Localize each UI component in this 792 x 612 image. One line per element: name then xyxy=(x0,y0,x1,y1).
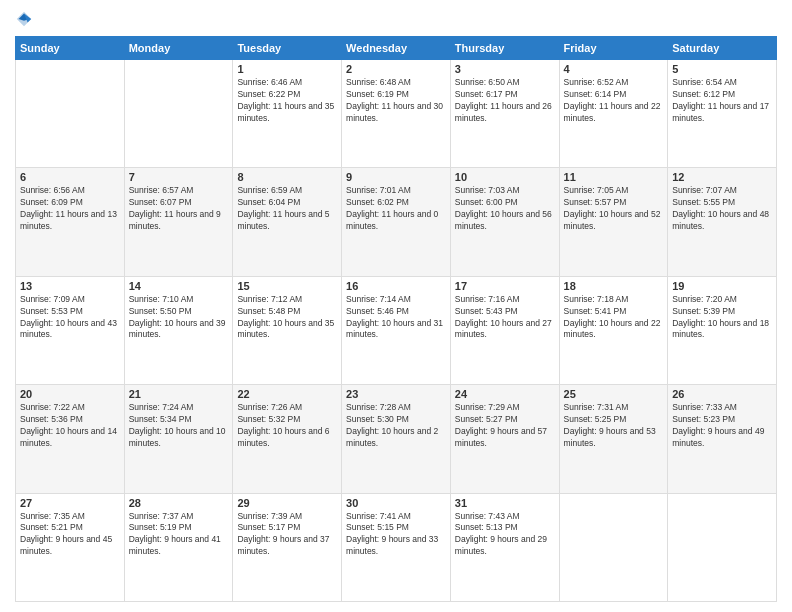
day-info: Sunrise: 7:20 AMSunset: 5:39 PMDaylight:… xyxy=(672,294,772,342)
day-info: Sunrise: 7:14 AMSunset: 5:46 PMDaylight:… xyxy=(346,294,446,342)
day-number: 15 xyxy=(237,280,337,292)
calendar-day-cell: 14Sunrise: 7:10 AMSunset: 5:50 PMDayligh… xyxy=(124,276,233,384)
calendar-day-cell: 2Sunrise: 6:48 AMSunset: 6:19 PMDaylight… xyxy=(342,60,451,168)
calendar-day-cell: 16Sunrise: 7:14 AMSunset: 5:46 PMDayligh… xyxy=(342,276,451,384)
day-number: 27 xyxy=(20,497,120,509)
day-number: 30 xyxy=(346,497,446,509)
day-number: 21 xyxy=(129,388,229,400)
calendar-week-row: 6Sunrise: 6:56 AMSunset: 6:09 PMDaylight… xyxy=(16,168,777,276)
day-info: Sunrise: 7:28 AMSunset: 5:30 PMDaylight:… xyxy=(346,402,446,450)
day-info: Sunrise: 6:57 AMSunset: 6:07 PMDaylight:… xyxy=(129,185,229,233)
day-info: Sunrise: 7:22 AMSunset: 5:36 PMDaylight:… xyxy=(20,402,120,450)
calendar-day-cell: 1Sunrise: 6:46 AMSunset: 6:22 PMDaylight… xyxy=(233,60,342,168)
day-info: Sunrise: 7:26 AMSunset: 5:32 PMDaylight:… xyxy=(237,402,337,450)
day-of-week-header: Friday xyxy=(559,37,668,60)
calendar-week-row: 27Sunrise: 7:35 AMSunset: 5:21 PMDayligh… xyxy=(16,493,777,601)
calendar-day-cell xyxy=(124,60,233,168)
day-number: 9 xyxy=(346,171,446,183)
calendar-day-cell: 24Sunrise: 7:29 AMSunset: 5:27 PMDayligh… xyxy=(450,385,559,493)
calendar-week-row: 13Sunrise: 7:09 AMSunset: 5:53 PMDayligh… xyxy=(16,276,777,384)
calendar-day-cell: 12Sunrise: 7:07 AMSunset: 5:55 PMDayligh… xyxy=(668,168,777,276)
calendar-table: SundayMondayTuesdayWednesdayThursdayFrid… xyxy=(15,36,777,602)
day-number: 16 xyxy=(346,280,446,292)
day-info: Sunrise: 7:05 AMSunset: 5:57 PMDaylight:… xyxy=(564,185,664,233)
calendar-day-cell: 9Sunrise: 7:01 AMSunset: 6:02 PMDaylight… xyxy=(342,168,451,276)
day-number: 19 xyxy=(672,280,772,292)
day-info: Sunrise: 7:35 AMSunset: 5:21 PMDaylight:… xyxy=(20,511,120,559)
day-number: 22 xyxy=(237,388,337,400)
day-info: Sunrise: 6:56 AMSunset: 6:09 PMDaylight:… xyxy=(20,185,120,233)
day-number: 18 xyxy=(564,280,664,292)
calendar-day-cell: 26Sunrise: 7:33 AMSunset: 5:23 PMDayligh… xyxy=(668,385,777,493)
day-info: Sunrise: 7:18 AMSunset: 5:41 PMDaylight:… xyxy=(564,294,664,342)
calendar-day-cell: 30Sunrise: 7:41 AMSunset: 5:15 PMDayligh… xyxy=(342,493,451,601)
day-info: Sunrise: 6:50 AMSunset: 6:17 PMDaylight:… xyxy=(455,77,555,125)
day-number: 1 xyxy=(237,63,337,75)
day-info: Sunrise: 7:16 AMSunset: 5:43 PMDaylight:… xyxy=(455,294,555,342)
calendar-day-cell: 18Sunrise: 7:18 AMSunset: 5:41 PMDayligh… xyxy=(559,276,668,384)
day-number: 20 xyxy=(20,388,120,400)
day-number: 5 xyxy=(672,63,772,75)
day-info: Sunrise: 6:48 AMSunset: 6:19 PMDaylight:… xyxy=(346,77,446,125)
calendar-day-cell: 13Sunrise: 7:09 AMSunset: 5:53 PMDayligh… xyxy=(16,276,125,384)
day-number: 25 xyxy=(564,388,664,400)
day-info: Sunrise: 7:01 AMSunset: 6:02 PMDaylight:… xyxy=(346,185,446,233)
day-of-week-header: Wednesday xyxy=(342,37,451,60)
day-number: 17 xyxy=(455,280,555,292)
day-info: Sunrise: 7:24 AMSunset: 5:34 PMDaylight:… xyxy=(129,402,229,450)
day-number: 31 xyxy=(455,497,555,509)
day-number: 28 xyxy=(129,497,229,509)
calendar-day-cell xyxy=(668,493,777,601)
day-number: 23 xyxy=(346,388,446,400)
day-info: Sunrise: 7:29 AMSunset: 5:27 PMDaylight:… xyxy=(455,402,555,450)
calendar-day-cell xyxy=(16,60,125,168)
calendar-day-cell: 4Sunrise: 6:52 AMSunset: 6:14 PMDaylight… xyxy=(559,60,668,168)
calendar-day-cell: 21Sunrise: 7:24 AMSunset: 5:34 PMDayligh… xyxy=(124,385,233,493)
calendar-day-cell xyxy=(559,493,668,601)
day-info: Sunrise: 7:41 AMSunset: 5:15 PMDaylight:… xyxy=(346,511,446,559)
day-number: 24 xyxy=(455,388,555,400)
calendar-day-cell: 17Sunrise: 7:16 AMSunset: 5:43 PMDayligh… xyxy=(450,276,559,384)
day-of-week-header: Saturday xyxy=(668,37,777,60)
calendar-week-row: 20Sunrise: 7:22 AMSunset: 5:36 PMDayligh… xyxy=(16,385,777,493)
day-number: 11 xyxy=(564,171,664,183)
day-number: 4 xyxy=(564,63,664,75)
calendar-header-row: SundayMondayTuesdayWednesdayThursdayFrid… xyxy=(16,37,777,60)
calendar-day-cell: 27Sunrise: 7:35 AMSunset: 5:21 PMDayligh… xyxy=(16,493,125,601)
logo-icon xyxy=(15,10,33,28)
day-of-week-header: Thursday xyxy=(450,37,559,60)
day-number: 8 xyxy=(237,171,337,183)
calendar-day-cell: 11Sunrise: 7:05 AMSunset: 5:57 PMDayligh… xyxy=(559,168,668,276)
page-header xyxy=(15,10,777,28)
day-info: Sunrise: 6:54 AMSunset: 6:12 PMDaylight:… xyxy=(672,77,772,125)
day-info: Sunrise: 7:12 AMSunset: 5:48 PMDaylight:… xyxy=(237,294,337,342)
calendar-day-cell: 29Sunrise: 7:39 AMSunset: 5:17 PMDayligh… xyxy=(233,493,342,601)
day-info: Sunrise: 7:10 AMSunset: 5:50 PMDaylight:… xyxy=(129,294,229,342)
day-number: 26 xyxy=(672,388,772,400)
day-info: Sunrise: 7:03 AMSunset: 6:00 PMDaylight:… xyxy=(455,185,555,233)
calendar-week-row: 1Sunrise: 6:46 AMSunset: 6:22 PMDaylight… xyxy=(16,60,777,168)
day-info: Sunrise: 7:33 AMSunset: 5:23 PMDaylight:… xyxy=(672,402,772,450)
day-number: 10 xyxy=(455,171,555,183)
calendar-day-cell: 6Sunrise: 6:56 AMSunset: 6:09 PMDaylight… xyxy=(16,168,125,276)
calendar-day-cell: 5Sunrise: 6:54 AMSunset: 6:12 PMDaylight… xyxy=(668,60,777,168)
day-info: Sunrise: 7:43 AMSunset: 5:13 PMDaylight:… xyxy=(455,511,555,559)
calendar-day-cell: 25Sunrise: 7:31 AMSunset: 5:25 PMDayligh… xyxy=(559,385,668,493)
calendar-day-cell: 7Sunrise: 6:57 AMSunset: 6:07 PMDaylight… xyxy=(124,168,233,276)
calendar-day-cell: 10Sunrise: 7:03 AMSunset: 6:00 PMDayligh… xyxy=(450,168,559,276)
day-number: 12 xyxy=(672,171,772,183)
day-number: 29 xyxy=(237,497,337,509)
calendar-day-cell: 28Sunrise: 7:37 AMSunset: 5:19 PMDayligh… xyxy=(124,493,233,601)
day-of-week-header: Monday xyxy=(124,37,233,60)
calendar-day-cell: 8Sunrise: 6:59 AMSunset: 6:04 PMDaylight… xyxy=(233,168,342,276)
day-info: Sunrise: 6:52 AMSunset: 6:14 PMDaylight:… xyxy=(564,77,664,125)
calendar-day-cell: 23Sunrise: 7:28 AMSunset: 5:30 PMDayligh… xyxy=(342,385,451,493)
day-of-week-header: Sunday xyxy=(16,37,125,60)
calendar-day-cell: 3Sunrise: 6:50 AMSunset: 6:17 PMDaylight… xyxy=(450,60,559,168)
day-info: Sunrise: 7:39 AMSunset: 5:17 PMDaylight:… xyxy=(237,511,337,559)
day-of-week-header: Tuesday xyxy=(233,37,342,60)
day-info: Sunrise: 7:09 AMSunset: 5:53 PMDaylight:… xyxy=(20,294,120,342)
day-number: 3 xyxy=(455,63,555,75)
day-info: Sunrise: 7:31 AMSunset: 5:25 PMDaylight:… xyxy=(564,402,664,450)
calendar-day-cell: 20Sunrise: 7:22 AMSunset: 5:36 PMDayligh… xyxy=(16,385,125,493)
